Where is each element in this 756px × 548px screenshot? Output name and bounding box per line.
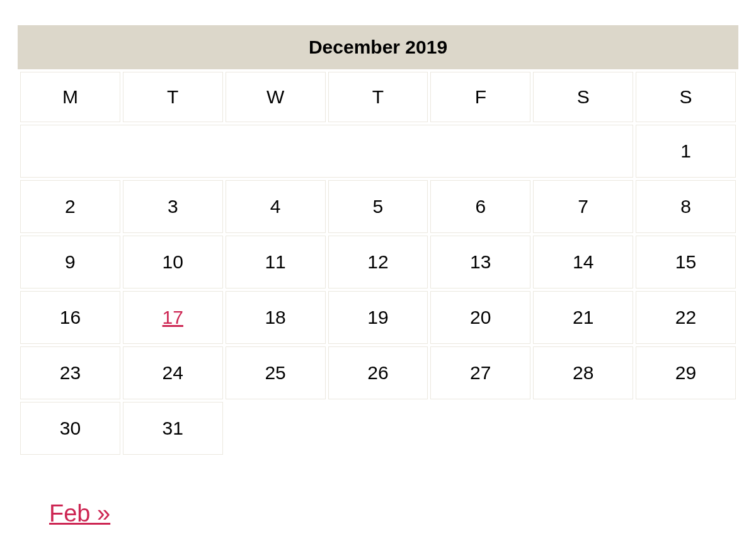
calendar-day: 30 bbox=[20, 402, 120, 455]
calendar-day: 11 bbox=[226, 236, 326, 288]
calendar-day: 8 bbox=[636, 180, 736, 233]
calendar-day: 21 bbox=[533, 291, 633, 344]
weekday-header: T bbox=[123, 72, 223, 122]
calendar-day: 22 bbox=[636, 291, 736, 344]
calendar-pad bbox=[226, 402, 736, 455]
calendar-body: 1234567891011121314151617181920212223242… bbox=[20, 125, 736, 455]
calendar-caption: December 2019 bbox=[18, 25, 738, 69]
calendar-day: 1 bbox=[636, 125, 736, 178]
calendar-day: 29 bbox=[636, 346, 736, 399]
calendar-row: 2345678 bbox=[20, 180, 736, 233]
calendar-day: 24 bbox=[123, 346, 223, 399]
calendar-day: 12 bbox=[328, 236, 428, 288]
calendar-day: 23 bbox=[20, 346, 120, 399]
calendar-day: 25 bbox=[226, 346, 326, 399]
calendar-day: 3 bbox=[123, 180, 223, 233]
weekday-header: M bbox=[20, 72, 120, 122]
calendar-day: 28 bbox=[533, 346, 633, 399]
calendar-nav: Feb » bbox=[18, 500, 738, 527]
calendar-row: 3031 bbox=[20, 402, 736, 455]
calendar-day: 10 bbox=[123, 236, 223, 288]
calendar-row: 23242526272829 bbox=[20, 346, 736, 399]
weekday-header: S bbox=[533, 72, 633, 122]
calendar-table: December 2019 M T W T F S S 123456789101… bbox=[18, 25, 738, 457]
calendar-day: 15 bbox=[636, 236, 736, 288]
calendar-header-row: M T W T F S S bbox=[20, 72, 736, 122]
calendar-day: 13 bbox=[430, 236, 530, 288]
calendar-day: 26 bbox=[328, 346, 428, 399]
weekday-header: T bbox=[328, 72, 428, 122]
calendar-day: 18 bbox=[226, 291, 326, 344]
weekday-header: F bbox=[430, 72, 530, 122]
calendar-day: 5 bbox=[328, 180, 428, 233]
calendar-day-link[interactable]: 17 bbox=[163, 307, 183, 328]
calendar-day: 14 bbox=[533, 236, 633, 288]
calendar-day: 16 bbox=[20, 291, 120, 344]
weekday-header: W bbox=[226, 72, 326, 122]
next-month-link[interactable]: Feb » bbox=[49, 500, 110, 527]
calendar-row: 16171819202122 bbox=[20, 291, 736, 344]
calendar-day: 4 bbox=[226, 180, 326, 233]
calendar-day: 2 bbox=[20, 180, 120, 233]
calendar-pad bbox=[20, 125, 633, 178]
calendar-day: 6 bbox=[430, 180, 530, 233]
calendar-day: 9 bbox=[20, 236, 120, 288]
calendar-day: 17 bbox=[123, 291, 223, 344]
weekday-header: S bbox=[636, 72, 736, 122]
calendar-day: 7 bbox=[533, 180, 633, 233]
calendar-row: 1 bbox=[20, 125, 736, 178]
calendar-day: 31 bbox=[123, 402, 223, 455]
calendar-day: 20 bbox=[430, 291, 530, 344]
calendar-day: 27 bbox=[430, 346, 530, 399]
calendar-row: 9101112131415 bbox=[20, 236, 736, 288]
calendar-day: 19 bbox=[328, 291, 428, 344]
